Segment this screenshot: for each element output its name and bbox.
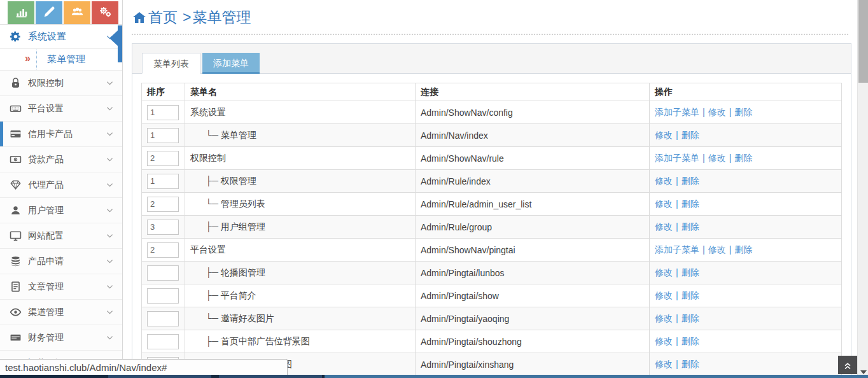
delete-link[interactable]: 删除 [734,107,752,117]
edit-link[interactable]: 修改 [655,130,673,140]
add-submenu-link[interactable]: 添加子菜单 [655,153,699,163]
back-to-top-button[interactable] [838,356,857,374]
active-section-marker [118,25,122,62]
table-row: ├─ 首页中部广告位背景图Admin/Pingtai/shouzhong修改|删… [142,330,842,353]
sidebar-item[interactable]: 用户管理 [0,198,122,223]
edit-link[interactable]: 修改 [708,153,726,163]
edit-link[interactable]: 修改 [655,336,673,346]
edit-link[interactable]: 修改 [655,313,673,323]
delete-link[interactable]: 删除 [682,290,699,300]
delete-link[interactable]: 删除 [734,244,752,255]
sort-input[interactable] [147,174,179,189]
edit-shortcut-button[interactable] [36,1,62,24]
sort-input[interactable] [147,242,179,258]
edit-link[interactable]: 修改 [655,359,673,369]
edit-link[interactable]: 修改 [655,199,673,209]
sidebar-item[interactable]: 信用卡产品 [0,122,122,147]
sort-cell [142,147,185,170]
sidebar-item[interactable]: 文章管理 [0,274,122,300]
menu-name-cell: └─ 邀请好友图片 [185,307,416,330]
link-preview-status-bar: test.haotianshi.club/Admin/Nav/index# [0,359,288,375]
link-cell: Admin/Pingtai/yaoqing [416,307,650,330]
column-header-link: 连接 [416,83,650,101]
sidebar-item[interactable]: 贷款产品 [0,147,122,172]
sort-input[interactable] [147,311,179,326]
chevron-down-icon [105,78,115,88]
home-icon[interactable] [132,10,147,25]
sidebar-item[interactable]: 平台设置 [0,96,122,122]
sort-input[interactable] [147,265,179,281]
delete-link[interactable]: 删除 [734,153,752,163]
edit-link[interactable]: 修改 [655,290,673,300]
sort-cell [142,193,185,216]
chevron-down-icon [105,206,115,215]
delete-link[interactable]: 删除 [682,336,699,346]
sidebar-item-label: 网站配置 [28,230,64,242]
users-shortcut-button[interactable] [64,1,90,24]
edit-link[interactable]: 修改 [655,176,673,186]
column-header-sort: 排序 [142,83,185,101]
breadcrumb-home[interactable]: 首页 [148,8,178,27]
panel-header: 菜单列表 添加菜单 [132,44,851,74]
sidebar-item[interactable]: 财务管理 [0,325,122,351]
delete-link[interactable]: 删除 [682,176,699,186]
sidebar-item[interactable]: 权限控制 [0,71,122,96]
tab-menu-list[interactable]: 菜单列表 [142,53,200,74]
delete-link[interactable]: 删除 [682,221,699,232]
sort-input[interactable] [147,334,179,349]
table-row: 权限控制Admin/ShowNav/rule添加子菜单|修改|删除 [142,147,842,170]
menu-name-cell: └─ 管理员列表 [185,193,416,216]
scrollbar-thumb[interactable] [858,0,868,83]
tree-prefix: ├─ [206,290,221,300]
sidebar-item[interactable]: 渠道管理 [0,300,122,325]
action-separator: | [676,313,678,323]
delete-link[interactable]: 删除 [682,313,699,323]
sidebar-item[interactable]: 系统设置 [0,25,122,49]
link-cell: Admin/Rule/index [416,170,650,193]
lock-icon [10,77,22,90]
edit-link[interactable]: 修改 [655,267,673,277]
vertical-scrollbar[interactable] [857,0,868,378]
table-header-row: 排序 菜单名 连接 操作 [142,83,842,101]
sidebar-subitem[interactable]: »菜单管理 [0,49,122,71]
sort-input[interactable] [147,220,179,235]
breadcrumb-separator: > [183,9,191,26]
eye-icon [10,306,22,319]
sort-input[interactable] [147,151,179,166]
tab-add-menu[interactable]: 添加菜单 [202,53,260,74]
action-separator: | [676,176,678,186]
delete-link[interactable]: 删除 [682,267,699,277]
user-icon [10,204,22,217]
banknote-icon [10,153,22,166]
sidebar-item[interactable]: 代理产品 [0,172,122,198]
add-submenu-link[interactable]: 添加子菜单 [655,244,699,255]
sort-cell [142,307,185,330]
database-icon [10,255,22,268]
add-submenu-link[interactable]: 添加子菜单 [655,107,699,117]
tree-dotted-line [36,50,37,69]
menu-name-cell: 平台设置 [185,239,416,262]
sort-input[interactable] [147,105,179,120]
sort-input[interactable] [147,288,179,304]
delete-link[interactable]: 删除 [682,130,699,140]
link-cell: Admin/Nav/index [416,124,650,147]
taskbar-segment [325,375,868,378]
scrollbar-down-arrow-icon[interactable] [860,370,867,374]
sidebar-item[interactable]: 网站配置 [0,223,122,249]
delete-link[interactable]: 删除 [682,199,699,209]
stats-shortcut-button[interactable] [8,1,34,24]
sort-input[interactable] [147,128,179,143]
sort-input[interactable] [147,197,179,212]
tree-prefix: ├─ [206,267,221,277]
sidebar-subitem-label: 菜单管理 [47,53,85,66]
sort-cell [142,101,185,124]
edit-link[interactable]: 修改 [655,221,673,232]
delete-link[interactable]: 删除 [682,359,699,369]
settings-shortcut-button[interactable] [92,1,118,24]
content-area: 首页 > 菜单管理 菜单列表 添加菜单 排序 菜单名 连接 [123,0,857,378]
link-path: Admin/ShowNav/config [421,108,513,118]
edit-link[interactable]: 修改 [708,107,726,117]
sidebar-item[interactable]: 产品申请 [0,249,122,274]
actions-cell: 修改|删除 [650,307,842,330]
edit-link[interactable]: 修改 [708,244,726,255]
